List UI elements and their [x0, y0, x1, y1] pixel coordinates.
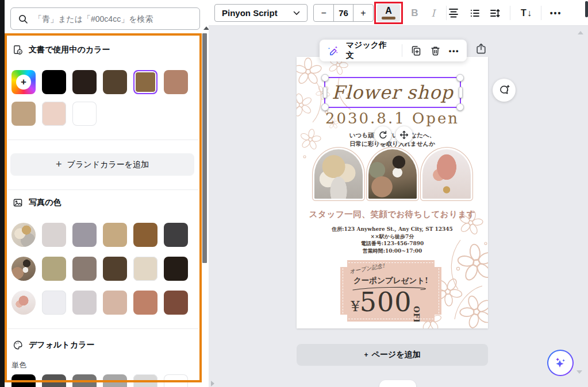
color-swatch[interactable] — [42, 257, 66, 281]
shop-staff-photo[interactable] — [368, 149, 417, 199]
font-size-value[interactable]: 76 — [333, 5, 353, 21]
magic-write-button[interactable]: マジック作文 — [346, 40, 394, 61]
color-swatch[interactable] — [133, 291, 157, 315]
color-swatch[interactable] — [133, 70, 157, 94]
color-swatch[interactable] — [42, 102, 66, 126]
color-swatch[interactable] — [164, 70, 188, 94]
tagline-line2: 日常に彩りを取り入れませんか — [297, 140, 488, 148]
decrease-font-size-button[interactable]: − — [314, 5, 333, 21]
photo-dried-flowers[interactable] — [11, 223, 36, 247]
sparkle-icon — [553, 355, 568, 370]
collapsed-panel-strip[interactable] — [0, 0, 5, 387]
color-swatch[interactable] — [72, 257, 97, 281]
flyer-open-date-text[interactable]: 2030.8.1 Open — [297, 110, 488, 127]
photo-colors-header: 写真の色 — [13, 198, 61, 208]
color-swatch[interactable] — [11, 102, 36, 126]
delete-button[interactable] — [429, 45, 441, 57]
photo-color-row — [11, 291, 188, 315]
export-icon — [474, 42, 488, 56]
photo-color-rows — [11, 223, 188, 324]
page-indicator[interactable] — [379, 380, 416, 387]
color-swatch[interactable] — [42, 291, 66, 315]
color-swatch[interactable] — [133, 223, 157, 247]
selection-box[interactable] — [324, 77, 461, 108]
resize-handle[interactable] — [456, 74, 464, 82]
bold-button[interactable]: B — [407, 5, 422, 21]
palette-icon — [13, 340, 23, 350]
color-swatch[interactable] — [42, 223, 66, 247]
color-swatch[interactable] — [11, 374, 36, 387]
vertical-text-button[interactable]: T↓ — [517, 5, 536, 21]
add-brand-color-button[interactable]: + ブランドカラーを追加 — [10, 153, 194, 176]
line-spacing-icon — [489, 7, 501, 19]
flyer-info-text[interactable]: 住所:123 Anywhere St., Any City, ST 12345 … — [297, 226, 488, 254]
canva-assistant-button[interactable] — [547, 350, 574, 376]
color-swatch[interactable] — [164, 374, 188, 387]
duplicate-button[interactable] — [410, 45, 422, 57]
flyer-tagline-text[interactable]: いつも頑張っているあなたへ、 日常に彩りを取り入れませんか — [297, 131, 488, 148]
color-swatch[interactable] — [103, 70, 127, 94]
element-toolbar: マジック作文 ••• — [320, 40, 467, 61]
photo-shop-scene[interactable] — [11, 257, 36, 281]
dried-flowers-photo[interactable] — [314, 149, 363, 199]
sidebar-scrollbar[interactable] — [202, 33, 207, 263]
font-family-select[interactable]: Pinyon Script — [214, 4, 308, 22]
default-colors-title: デフォルトカラー — [29, 340, 94, 350]
photo-color-row — [11, 223, 188, 247]
toolbar-more-button[interactable]: ••• — [544, 5, 567, 21]
font-size-stepper: − 76 + — [313, 4, 374, 22]
resize-handle[interactable] — [321, 74, 329, 82]
coupon-element[interactable]: オープン記念! クーポンプレゼント! ¥ 500 OFF — [340, 260, 441, 322]
line-spacing-button[interactable] — [487, 5, 503, 21]
color-swatch[interactable] — [72, 374, 97, 387]
scroll-up-arrow-icon[interactable] — [578, 31, 583, 34]
move-icon — [399, 130, 409, 140]
move-handle[interactable] — [395, 126, 413, 144]
pink-bouquet-photo[interactable] — [422, 149, 471, 199]
color-swatch[interactable] — [42, 374, 66, 387]
text-color-button[interactable]: A — [377, 4, 400, 22]
scroll-down-arrow-icon[interactable] — [577, 370, 582, 374]
default-color-grid — [11, 374, 195, 387]
color-swatch[interactable] — [72, 291, 97, 315]
text-align-button[interactable] — [445, 5, 462, 21]
text-color-letter: A — [385, 6, 392, 16]
color-swatch[interactable] — [103, 374, 127, 387]
color-swatch[interactable] — [103, 291, 127, 315]
color-search-box[interactable] — [10, 7, 200, 30]
add-color-button[interactable]: + — [11, 70, 36, 94]
color-swatch[interactable] — [133, 257, 157, 281]
photo-pink-flowers[interactable] — [11, 291, 36, 315]
font-name: Pinyon Script — [222, 8, 278, 18]
element-more-button[interactable]: ••• — [449, 47, 459, 55]
bullet-list-button[interactable] — [467, 5, 483, 21]
page-scrollbar[interactable] — [585, 1, 588, 17]
color-search-input[interactable] — [34, 14, 193, 24]
color-swatch[interactable] — [72, 223, 97, 247]
color-swatch[interactable] — [133, 374, 157, 387]
add-comment-button[interactable] — [493, 79, 516, 102]
resize-handle[interactable] — [321, 103, 329, 111]
resize-handle[interactable] — [456, 103, 464, 111]
add-page-button[interactable]: + ページを追加 — [297, 344, 488, 366]
resize-handle[interactable] — [459, 87, 463, 98]
color-swatch[interactable] — [103, 223, 127, 247]
resize-handle[interactable] — [323, 87, 327, 98]
color-swatch[interactable] — [42, 70, 66, 94]
duplicate-page-button[interactable] — [474, 41, 489, 56]
color-swatch[interactable] — [103, 257, 127, 281]
divider — [8, 328, 198, 329]
italic-button[interactable]: I — [426, 5, 440, 21]
search-icon — [18, 14, 28, 24]
color-swatch[interactable] — [72, 70, 97, 94]
color-swatch[interactable] — [164, 223, 188, 247]
color-swatch[interactable] — [164, 257, 188, 281]
add-brand-color-label: ブランドカラーを追加 — [67, 160, 149, 170]
expand-panel-arrow-icon[interactable] — [211, 381, 214, 386]
rotate-handle[interactable] — [374, 126, 391, 144]
color-swatch[interactable] — [164, 291, 188, 315]
color-swatch[interactable] — [72, 102, 97, 126]
increase-font-size-button[interactable]: + — [353, 5, 373, 21]
flyer-staff-text[interactable]: スタッフ一同、笑顔でお待ちしております — [297, 209, 488, 220]
flyer-page[interactable]: Flower shop 2030.8.1 Open いつも頑張っているあなたへ、… — [297, 57, 488, 328]
